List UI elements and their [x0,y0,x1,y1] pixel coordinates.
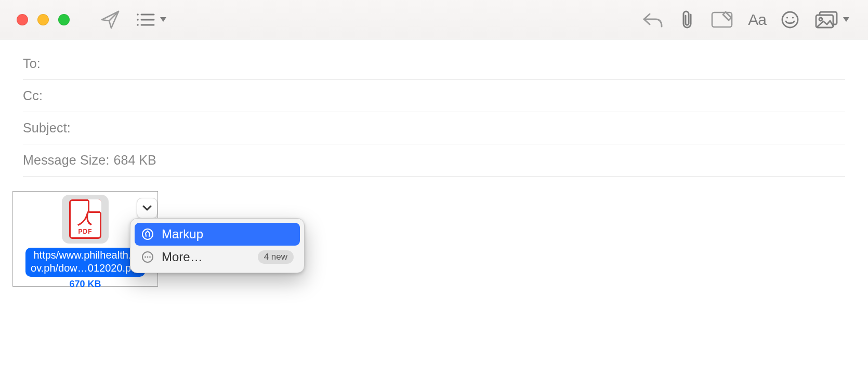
svg-point-9 [792,17,794,18]
message-size-value: 684 KB [114,153,156,168]
svg-point-0 [137,14,139,16]
svg-point-1 [137,19,139,21]
attachment-actions-menu: Markup More… 4 new [130,218,305,273]
titlebar-left [17,9,166,30]
cc-label: Cc: [23,88,43,103]
window-controls [17,14,70,25]
attachment-filename-line2: ov.ph/dow…012020.pdf [31,262,140,274]
svg-point-8 [786,17,788,18]
titlebar: Aa [0,0,868,39]
window-minimize-button[interactable] [37,14,49,25]
chevron-down-icon [142,205,152,211]
subject-row[interactable]: Subject: [23,112,845,144]
attachment-filesize: 670 KB [13,279,157,290]
photos-icon [814,10,839,29]
reply-button[interactable] [642,11,664,29]
menu-item-more-badge: 4 new [258,250,294,264]
message-size-row: Message Size: 684 KB [23,144,845,177]
window-zoom-button[interactable] [58,14,70,25]
attachment-actions-button[interactable] [137,198,157,219]
photo-browser-button[interactable] [814,10,849,29]
header-fields-button[interactable] [135,11,166,28]
emoji-button[interactable] [781,10,799,29]
attach-button[interactable] [678,9,696,30]
send-button[interactable] [100,9,121,30]
compose-headers: To: Cc: Subject: Message Size: 684 KB [0,39,868,177]
subject-input[interactable] [74,120,845,136]
format-button[interactable]: Aa [748,11,766,29]
menu-item-markup-label: Markup [162,227,294,241]
markup-toolbar-button[interactable] [711,10,733,29]
more-ellipsis-icon [141,250,154,264]
message-size-label: Message Size: [23,153,110,168]
text-format-icon: Aa [748,11,766,29]
paper-plane-icon [100,9,121,30]
to-row[interactable]: To: [23,48,845,80]
to-label: To: [23,56,41,71]
pdf-thumbnail: 人 PDF [62,195,109,244]
menu-item-markup[interactable]: Markup [135,223,300,246]
attachment-filename-line1: https/www.philhealth.g [33,249,137,261]
pdf-badge-label: PDF [78,228,93,235]
window-close-button[interactable] [17,14,28,25]
svg-point-17 [149,257,151,258]
titlebar-right: Aa [642,9,849,30]
menu-item-more[interactable]: More… 4 new [135,246,300,268]
attachment-filename[interactable]: https/www.philhealth.g ov.ph/dow…012020.… [25,248,145,277]
list-icon [135,11,156,28]
to-input[interactable] [44,56,845,71]
markup-pen-icon [141,227,154,241]
subject-label: Subject: [23,120,71,136]
markup-icon [711,10,733,29]
pdf-file-icon: 人 PDF [69,199,101,239]
pdf-logo-glyph: 人 [78,211,93,226]
cc-row[interactable]: Cc: [23,80,845,112]
reply-arrow-icon [642,11,664,29]
cc-input[interactable] [46,88,845,103]
svg-point-16 [147,257,149,258]
paperclip-icon [678,9,696,30]
svg-point-15 [144,257,146,258]
svg-point-2 [137,24,139,26]
svg-point-7 [782,12,798,28]
emoji-icon [781,10,799,29]
menu-item-more-label: More… [162,250,251,264]
